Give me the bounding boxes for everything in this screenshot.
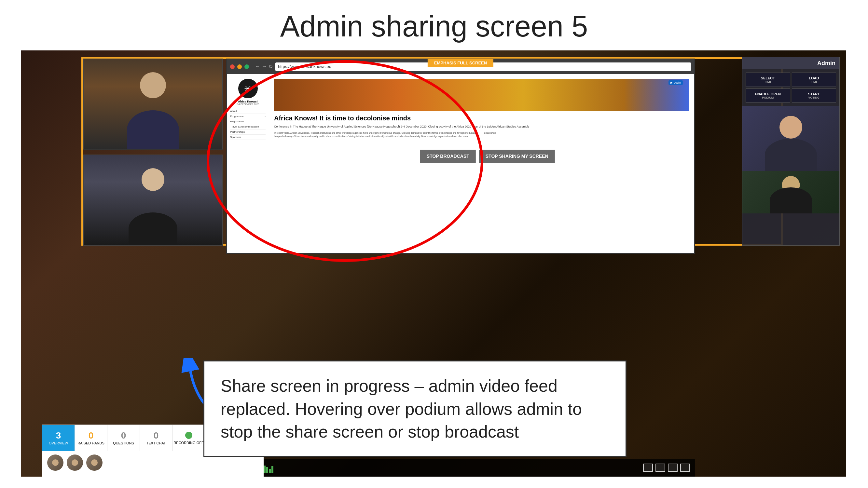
website-subtitle: Conference in The Hague at The Hague Uni… <box>274 125 689 129</box>
screen-share-overlay-buttons: STOP BROADCAST STOP SHARING MY SCREEN <box>420 150 555 163</box>
website-header-image: ▶ Login <box>274 79 689 111</box>
audio-bar-3 <box>264 465 266 473</box>
admin-main-video <box>742 106 839 171</box>
avatar-head-1 <box>52 459 59 466</box>
callout-text: Share screen in progress – admin video f… <box>221 375 609 443</box>
video-controls-bar: 👥 🔊 <box>226 459 695 477</box>
text-chat-count: 0 <box>154 431 159 440</box>
load-file-sub: FILE <box>794 80 835 83</box>
layout-icon-2[interactable] <box>655 464 665 472</box>
browser-back-icon[interactable]: ← <box>255 63 260 70</box>
raised-hands-count: 0 <box>89 431 94 440</box>
url-text: https://www.africanknows.eu <box>278 64 331 69</box>
participant-avatar-2 <box>67 455 83 471</box>
participant-1-feed <box>84 59 222 149</box>
login-btn[interactable]: ▶ Login <box>669 80 683 85</box>
website-main-content: ▶ Login Africa Knows! It is time to deco… <box>269 74 694 253</box>
page-title: Admin sharing screen 5 <box>0 0 868 50</box>
overview-label: OVERVIEW <box>49 441 68 445</box>
admin-person2-body <box>770 187 812 214</box>
browser-close-btn <box>230 64 235 69</box>
logo-text: Africa Knows! <box>230 100 266 103</box>
admin-secondary-video <box>742 171 839 214</box>
audio-bar-6 <box>272 466 273 473</box>
audio-bar-5 <box>269 469 271 473</box>
text-chat-label: TEXT CHAT <box>146 441 166 445</box>
browser-forward-icon[interactable]: → <box>262 63 267 70</box>
participant-2-feed <box>84 155 222 245</box>
tab-raised-hands[interactable]: 0 RAISED HANDS <box>75 425 107 451</box>
tab-overview[interactable]: 3 OVERVIEW <box>42 425 75 451</box>
select-file-sub: FILE <box>748 80 788 83</box>
enable-podium-sub: PODIUM <box>748 96 788 99</box>
questions-count: 0 <box>121 431 126 440</box>
raised-hands-label: RAISED HANDS <box>78 441 104 445</box>
participant-1-body <box>127 110 179 149</box>
menu-travel[interactable]: Travel & Accommodation <box>230 124 266 129</box>
website-body-text: In recent years, African universities, r… <box>274 131 689 138</box>
overview-count: 3 <box>56 431 61 440</box>
layout-options <box>643 464 690 472</box>
recording-label: RECORDING OFF <box>174 441 204 445</box>
participant-video-1 <box>83 59 223 150</box>
menu-about[interactable]: About <box>230 109 266 114</box>
participant-1-head <box>140 72 166 98</box>
website-headline: Africa Knows! It is time to decolonise m… <box>274 115 689 122</box>
participant-avatar-3 <box>86 455 102 471</box>
menu-sponsors[interactable]: Sponsors <box>230 135 266 140</box>
participant-video-2 <box>83 155 223 246</box>
africa-knows-logo: ✳ <box>238 79 258 98</box>
tab-text-chat[interactable]: 0 TEXT CHAT <box>140 425 173 451</box>
layout-icon-3[interactable] <box>668 464 678 472</box>
questions-label: QUESTIONS <box>113 441 134 445</box>
menu-registration[interactable]: Registration <box>230 119 266 124</box>
screen-share-window: EMPHASIS FULL SCREEN ← → ↻ https://www.a… <box>226 59 695 254</box>
website-content: ✳ Africa Knows! 2-4 DECEMBER 2020 About … <box>227 74 694 253</box>
emphasis-banner: EMPHASIS FULL SCREEN <box>428 59 493 67</box>
callout-box: Share screen in progress – admin video f… <box>204 360 626 457</box>
layout-icon-1[interactable] <box>643 464 653 472</box>
admin-panel-header: Admin <box>742 57 839 69</box>
participant-avatar-1 <box>47 455 63 471</box>
recording-dot-icon <box>185 432 192 439</box>
stop-sharing-button[interactable]: STOP SHARING MY SCREEN <box>479 150 555 163</box>
avatar-head-2 <box>71 459 78 466</box>
start-voting-button[interactable]: STARTVOTING <box>792 89 836 103</box>
website-sidebar: ✳ Africa Knows! 2-4 DECEMBER 2020 About … <box>227 74 269 253</box>
browser-refresh-icon[interactable]: ↻ <box>269 63 273 70</box>
audio-bar-4 <box>266 467 268 473</box>
participant-2-body <box>129 213 177 245</box>
main-screen-container: EMPHASIS FULL SCREEN ← → ↻ https://www.a… <box>21 51 846 477</box>
admin-person-head <box>779 116 802 139</box>
tab-recording[interactable]: RECORDING OFF <box>173 425 205 451</box>
avatar-head-3 <box>91 459 98 466</box>
load-file-button[interactable]: LOADFILE <box>792 72 836 87</box>
enable-open-podium-button[interactable]: ENABLE OPENPODIUM <box>746 89 790 103</box>
admin-action-buttons: SELECTFILE LOADFILE ENABLE OPENPODIUM ST… <box>742 69 839 106</box>
admin-panel: Admin SELECTFILE LOADFILE ENABLE OPENPOD… <box>742 57 840 246</box>
menu-partnerships[interactable]: Partnerships <box>230 129 266 135</box>
menu-programme[interactable]: Programme › <box>230 114 266 119</box>
layout-icon-4[interactable] <box>680 464 690 472</box>
participant-2-head <box>142 168 164 191</box>
website-menu: About Programme › Registration Travel & … <box>230 109 266 140</box>
select-file-button[interactable]: SELECTFILE <box>746 72 790 87</box>
participant-videos <box>83 59 223 246</box>
browser-min-btn <box>237 64 242 69</box>
start-voting-sub: VOTING <box>794 96 835 99</box>
admin-person-body <box>765 139 817 171</box>
logo-date: 2-4 DECEMBER 2020 <box>230 103 266 105</box>
stop-broadcast-button[interactable]: STOP BROADCAST <box>420 150 476 163</box>
logo-star-icon: ✳ <box>244 83 252 94</box>
browser-max-btn <box>244 64 249 69</box>
tab-questions[interactable]: 0 QUESTIONS <box>107 425 140 451</box>
